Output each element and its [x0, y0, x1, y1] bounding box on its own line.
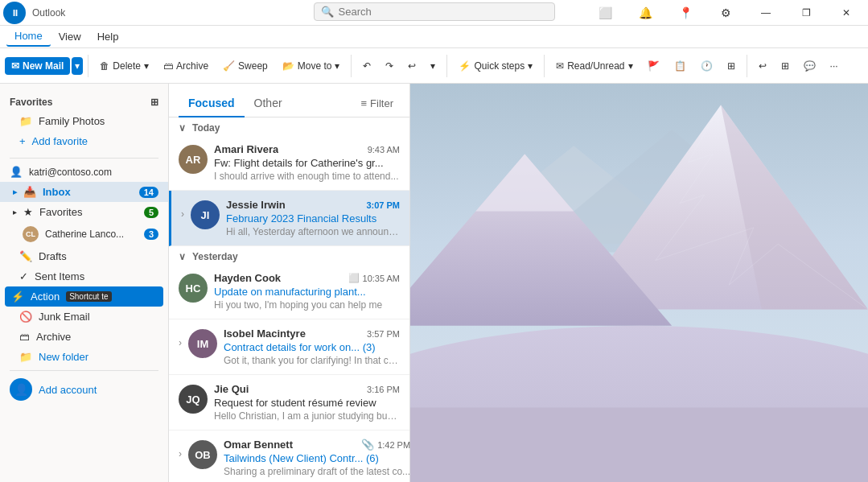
search-icon: 🔍	[321, 6, 334, 18]
maximize-button[interactable]: ❐	[788, 0, 825, 26]
archive-sidebar-icon: 🗃	[19, 331, 30, 343]
view-button[interactable]: ⊞	[721, 57, 742, 75]
email-preview-2: Hi you two, I'm hoping you can help me	[214, 299, 400, 311]
email-content-2: Hayden Cook ⬜ 10:35 AM Update on manufac…	[214, 272, 400, 311]
search-bar[interactable]: 🔍	[314, 2, 555, 21]
sidebar: Favorites ⊞ 📁 Family Photos + Add favori…	[0, 84, 169, 482]
archive-button[interactable]: 🗃 Archive	[157, 57, 215, 75]
delete-button[interactable]: 🗑 Delete	[93, 57, 155, 75]
email-preview-5: Sharing a preliminary draft of the lates…	[224, 466, 410, 477]
email-content-0: Amari Rivera 9:43 AM Fw: Flight details …	[214, 143, 400, 182]
minimize-button[interactable]: —	[747, 0, 784, 26]
email-avatar-0: AR	[179, 145, 208, 174]
sidebar-item-catherine[interactable]: CL Catherine Lanco... 3	[0, 222, 168, 246]
expand-arrow-3: ›	[179, 337, 182, 348]
svg-rect-8	[410, 407, 868, 482]
email-header-5: Omar Bennett 📎 1:42 PM	[224, 439, 410, 451]
readunread-dropdown-icon	[628, 60, 633, 72]
menu-help[interactable]: Help	[89, 27, 127, 46]
email-header-1: Jessie Irwin 3:07 PM	[226, 199, 400, 211]
email-sender-4: Jie Qui	[214, 383, 249, 395]
date-header-yesterday: ∨ Yesterday	[169, 246, 409, 264]
sidebar-item-sent[interactable]: ✓ Sent Items	[0, 266, 168, 286]
filter-icon: ≡	[361, 97, 368, 109]
sweep-button[interactable]: 🧹 Sweep	[216, 57, 274, 75]
new-mail-dropdown[interactable]	[72, 57, 83, 75]
sidebar-item-junk[interactable]: 🚫 Junk Email	[0, 307, 168, 327]
email-content-3: Isobel Macintyre 3:57 PM Contract detail…	[224, 328, 400, 366]
sidebar-item-drafts[interactable]: ✏️ Drafts	[0, 246, 168, 266]
inbox-icon: 📥	[23, 186, 36, 198]
catherine-avatar: CL	[23, 226, 39, 242]
email-item-3[interactable]: › IM Isobel Macintyre 3:57 PM Contract d…	[169, 319, 409, 375]
undo-button[interactable]: ↶	[356, 57, 377, 75]
sidebar-divider-1	[10, 158, 158, 159]
forward-button[interactable]: ↷	[379, 57, 400, 75]
grid-button[interactable]: ⊞	[775, 57, 796, 75]
email-content-5: Omar Bennett 📎 1:42 PM Tailwinds (New Cl…	[224, 439, 410, 477]
undo-btn2[interactable]: ↩	[752, 57, 773, 75]
email-time-3: 3:57 PM	[367, 329, 400, 339]
email-subject-0: Fw: Flight details for Catherine's gr...	[214, 157, 400, 169]
menu-view[interactable]: View	[51, 27, 89, 46]
email-preview-1: Hi all, Yesterday afternoon we announced…	[226, 226, 400, 237]
sidebar-item-action[interactable]: ⚡ Action Shortcut te	[5, 286, 163, 307]
move-to-button[interactable]: 📂 Move to	[276, 57, 347, 75]
filter-button[interactable]: ≡ Filter	[355, 94, 400, 113]
read-unread-button[interactable]: ✉ Read/Unread	[549, 57, 639, 75]
quick-steps-button[interactable]: ⚡ Quick steps	[452, 57, 539, 75]
separator-4	[544, 55, 545, 77]
archive-icon: 🗃	[163, 60, 173, 72]
rules-button[interactable]: 📋	[668, 57, 693, 75]
email-subject-4: Request for student résumé review	[214, 397, 400, 409]
new-mail-button[interactable]: ✉ New Mail	[5, 57, 70, 75]
email-item-2[interactable]: HC Hayden Cook ⬜ 10:35 AM Update on manu…	[169, 264, 409, 319]
sent-icon: ✓	[19, 270, 28, 282]
email-time-2: 10:35 AM	[363, 274, 400, 283]
sidebar-item-family-photos[interactable]: 📁 Family Photos	[0, 111, 168, 131]
toolbar-icon-1[interactable]: ⬜	[586, 0, 623, 26]
email-list: Focused Other ≡ Filter ∨ Today AR Amari …	[169, 84, 410, 482]
account-icon: 👤	[10, 166, 23, 178]
email-preview-0: I should arrive with enough time to atte…	[214, 171, 400, 182]
email-subject-1: February 2023 Financial Results	[226, 212, 400, 225]
email-item-1[interactable]: › JI Jessie Irwin 3:07 PM February 2023 …	[169, 191, 409, 246]
expand-arrow-1: ›	[181, 208, 184, 220]
sidebar-item-add-favorite[interactable]: + Add favorite	[0, 131, 168, 151]
email-time-1: 3:07 PM	[366, 200, 400, 210]
new-folder-icon: 📁	[19, 351, 32, 363]
toolbar-icon-2[interactable]: 🔔	[627, 0, 664, 26]
sidebar-item-favorites[interactable]: ▸ ★ Favorites 5	[0, 202, 168, 222]
tab-other[interactable]: Other	[245, 90, 292, 117]
email-subject-2: Update on manufacturing plant...	[214, 286, 400, 298]
menu-home[interactable]: Home	[6, 27, 51, 47]
reply-dropdown[interactable]	[424, 57, 442, 75]
sidebar-item-archive[interactable]: 🗃 Archive	[0, 327, 168, 347]
folder-icon: 📁	[19, 115, 32, 127]
sidebar-item-inbox[interactable]: ▸ 📥 Inbox 14	[0, 182, 168, 202]
favorites-header[interactable]: Favorites ⊞	[0, 93, 168, 111]
tab-focused[interactable]: Focused	[179, 90, 245, 117]
sidebar-item-new-folder[interactable]: 📁 New folder	[0, 347, 168, 367]
chat-button[interactable]: 💬	[797, 57, 822, 75]
email-item-4[interactable]: JQ Jie Qui 3:16 PM Request for student r…	[169, 375, 409, 431]
close-button[interactable]: ✕	[828, 0, 865, 26]
mountain-svg	[410, 84, 868, 482]
account-header[interactable]: 👤 katri@contoso.com	[0, 162, 168, 182]
sidebar-divider-2	[10, 370, 158, 371]
more-button[interactable]: ···	[824, 57, 845, 75]
email-avatar-3: IM	[188, 329, 217, 358]
email-item-5[interactable]: › OB Omar Bennett 📎 1:42 PM Tailwinds (N…	[169, 431, 409, 482]
add-account-btn[interactable]: 👤 Add account	[0, 374, 168, 405]
email-time-5: 1:42 PM	[377, 440, 410, 450]
toolbar-icon-3[interactable]: 📍	[667, 0, 704, 26]
clock-button[interactable]: 🕐	[694, 57, 719, 75]
separator-3	[446, 55, 447, 77]
reply-button[interactable]: ↩	[401, 57, 422, 75]
email-item-0[interactable]: AR Amari Rivera 9:43 AM Fw: Flight detai…	[169, 135, 409, 191]
email-sender-2: Hayden Cook	[214, 272, 281, 284]
search-input[interactable]	[339, 6, 548, 18]
flag-button[interactable]: 🚩	[641, 57, 666, 75]
date-header-today: ∨ Today	[169, 117, 409, 135]
toolbar-icon-settings[interactable]: ⚙	[707, 0, 744, 26]
